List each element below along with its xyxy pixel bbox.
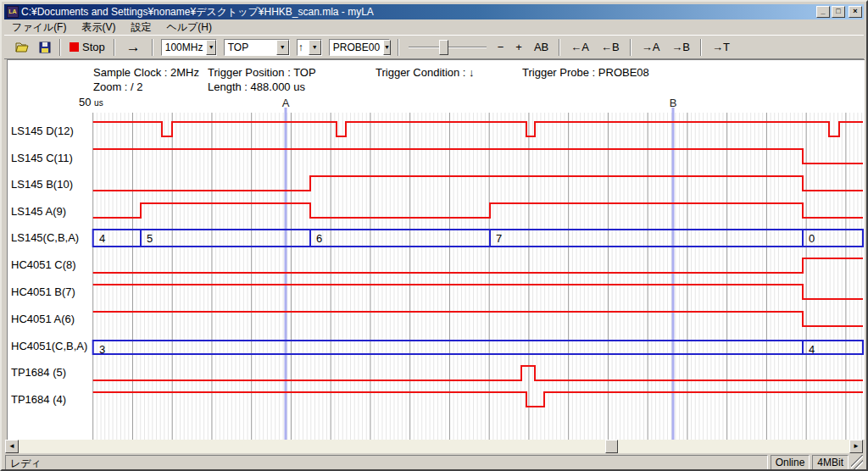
trace-1	[93, 149, 863, 163]
trace-6	[93, 285, 863, 299]
menu-settings[interactable]: 設定	[123, 19, 159, 36]
menu-help[interactable]: ヘルプ(H)	[159, 19, 220, 36]
trigger-probe-value: PROBE00	[330, 40, 383, 55]
scroll-right-icon[interactable]: ►	[849, 440, 863, 453]
scroll-left-icon[interactable]: ◄	[5, 440, 19, 453]
toolbar-separator	[398, 39, 399, 56]
save-floppy-icon	[39, 42, 51, 53]
toolbar-separator	[59, 39, 61, 56]
toolbar-separator	[700, 39, 702, 56]
app-icon[interactable]: LA	[7, 6, 19, 18]
zoom-in-button[interactable]: +	[509, 39, 528, 55]
run-button[interactable]: →	[120, 39, 147, 56]
bus-value: 6	[316, 232, 322, 245]
bus-value: 7	[496, 232, 502, 245]
set-marker-b-button[interactable]: →B	[665, 39, 696, 55]
open-button[interactable]	[11, 40, 35, 55]
goto-trigger-button[interactable]: →T	[706, 39, 736, 55]
marker-b-label: B	[670, 97, 677, 109]
open-folder-icon	[15, 42, 31, 53]
marker-a-label: A	[282, 97, 290, 109]
sample-clock-select[interactable]: 100MHz ▼	[161, 39, 217, 56]
save-button[interactable]	[35, 40, 55, 55]
trigger-position-value: TOP	[225, 40, 276, 55]
chevron-down-icon[interactable]: ▼	[309, 40, 321, 55]
trace-9	[93, 366, 863, 380]
bus-value: 0	[809, 232, 815, 245]
stop-button[interactable]: Stop	[65, 39, 109, 55]
zoom-slider-thumb[interactable]	[439, 40, 448, 55]
chevron-down-icon[interactable]: ▼	[276, 40, 289, 55]
maximize-button[interactable]: □	[832, 6, 845, 18]
trace-7	[93, 312, 863, 326]
trace-5	[93, 258, 863, 273]
trigger-probe-select[interactable]: PROBE00 ▼	[329, 39, 390, 56]
trigger-position-select[interactable]: TOP ▼	[224, 39, 290, 56]
bus-box	[93, 341, 863, 354]
waveform-client-area: Sample Clock : 2MHz Trigger Position : T…	[7, 59, 865, 440]
scrollbar-thumb[interactable]	[605, 440, 618, 453]
sample-clock-value: 100MHz	[162, 40, 207, 55]
menu-file[interactable]: ファイル(F)	[4, 19, 74, 36]
toolbar-separator	[630, 39, 632, 56]
zoom-slider[interactable]	[409, 39, 487, 56]
set-marker-a-button[interactable]: →A	[636, 39, 666, 55]
stop-label: Stop	[82, 41, 105, 53]
trace-2	[93, 176, 863, 191]
bus-value: 4	[809, 343, 815, 356]
stop-icon	[70, 42, 79, 52]
menu-view[interactable]: 表示(V)	[74, 19, 123, 36]
trace-0	[93, 122, 863, 136]
status-memory: 4MBit	[812, 455, 849, 470]
title-bar: LA C:¥Documents and Settings¥noname¥デスクト…	[4, 4, 864, 19]
bus-box	[93, 230, 863, 247]
minimize-button[interactable]: _	[816, 6, 830, 18]
goto-marker-b-button[interactable]: ←B	[595, 39, 626, 55]
toolbar: Stop → 100MHz ▼ TOP ▼ ↑ ▼ PROBE00 ▼ − + …	[4, 35, 864, 59]
window-title: C:¥Documents and Settings¥noname¥デスクトップ¥…	[21, 5, 816, 19]
goto-marker-a-button[interactable]: ←A	[565, 39, 595, 55]
chevron-down-icon[interactable]: ▼	[383, 40, 391, 55]
caption-buttons: _ □ ×	[816, 6, 862, 18]
trace-10	[93, 392, 863, 407]
trace-3	[93, 203, 863, 218]
resize-grip[interactable]	[851, 455, 863, 470]
chevron-down-icon[interactable]: ▼	[206, 40, 215, 55]
status-ready: レディ	[5, 455, 768, 470]
status-online: Online	[771, 455, 810, 470]
status-bar: レディ Online 4MBit	[5, 455, 863, 470]
toolbar-separator	[114, 39, 115, 56]
bus-value: 4	[99, 232, 105, 245]
trigger-edge-select[interactable]: ↑ ▼	[297, 39, 322, 56]
horizontal-scrollbar[interactable]: ◄ ►	[5, 440, 863, 453]
menu-bar: ファイル(F) 表示(V) 設定 ヘルプ(H)	[4, 20, 864, 34]
bus-value: 5	[147, 232, 153, 245]
zoom-out-button[interactable]: −	[492, 39, 510, 55]
waveform-view[interactable]: AB4567034	[8, 60, 865, 441]
bus-value: 3	[99, 343, 105, 356]
app-window: LA C:¥Documents and Settings¥noname¥デスクト…	[0, 0, 868, 471]
close-button[interactable]: ×	[849, 6, 862, 18]
trigger-edge-value: ↑	[298, 40, 309, 55]
toolbar-separator	[559, 39, 560, 56]
scrollbar-track[interactable]	[19, 440, 849, 453]
ab-button[interactable]: AB	[528, 39, 554, 55]
toolbar-separator	[152, 39, 153, 56]
